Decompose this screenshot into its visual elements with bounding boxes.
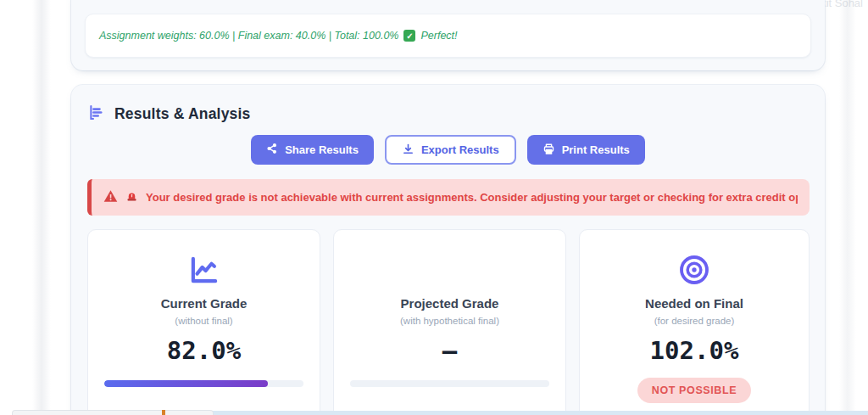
current-grade-progress bbox=[104, 380, 303, 387]
line-chart-icon bbox=[88, 252, 320, 288]
print-results-label: Print Results bbox=[562, 143, 630, 156]
needed-on-final-card: Needed on Final (for desired grade) 102.… bbox=[579, 229, 810, 415]
needed-on-final-value: 102.0% bbox=[580, 336, 809, 365]
action-buttons-row: Share Results Export Results bbox=[71, 135, 825, 165]
warning-triangle-icon bbox=[103, 189, 118, 206]
weights-values: Assignment weights: 60.0% | Final exam: … bbox=[99, 30, 398, 42]
bar-chart-icon bbox=[87, 104, 105, 125]
projected-grade-progress bbox=[350, 380, 549, 387]
print-results-button[interactable]: Print Results bbox=[527, 135, 645, 165]
bottom-playhead bbox=[162, 410, 165, 415]
app-viewport: Howdy, Malkit Sohal Assignment weights: … bbox=[0, 0, 868, 415]
bottom-scrubber bbox=[12, 410, 214, 415]
card-title: Needed on Final bbox=[580, 296, 809, 311]
card-title: Projected Grade bbox=[334, 296, 565, 311]
alert-message: Your desired grade is not achievable wit… bbox=[146, 191, 798, 204]
weights-summary-card: Assignment weights: 60.0% | Final exam: … bbox=[85, 14, 811, 58]
printer-icon bbox=[542, 143, 555, 158]
not-achievable-alert: Your desired grade is not achievable wit… bbox=[87, 179, 810, 216]
projected-grade-card: Projected Grade (with hypothetical final… bbox=[333, 229, 566, 415]
card-subtitle: (with hypothetical final) bbox=[334, 316, 565, 326]
weights-summary-text: Assignment weights: 60.0% | Final exam: … bbox=[99, 30, 458, 42]
export-results-button[interactable]: Export Results bbox=[385, 135, 516, 165]
projected-grade-value: — bbox=[334, 336, 565, 365]
siren-icon bbox=[125, 189, 138, 205]
card-subtitle: (for desired grade) bbox=[580, 316, 809, 326]
current-grade-value: 82.0% bbox=[88, 336, 320, 365]
weights-summary-panel: Assignment weights: 60.0% | Final exam: … bbox=[71, 0, 825, 70]
share-results-label: Share Results bbox=[285, 143, 359, 156]
target-icon bbox=[580, 252, 809, 288]
card-title: Current Grade bbox=[88, 296, 320, 311]
progress-fill bbox=[104, 380, 268, 387]
share-icon bbox=[266, 143, 278, 157]
not-possible-badge: NOT POSSIBLE bbox=[637, 378, 751, 403]
card-subtitle: (without final) bbox=[88, 316, 320, 326]
left-scroll-shadow bbox=[32, 0, 51, 415]
check-mark-icon: ✓ bbox=[403, 30, 415, 42]
right-scroll-shadow bbox=[839, 0, 856, 415]
current-grade-card: Current Grade (without final) 82.0% bbox=[87, 229, 320, 415]
empty-icon-slot bbox=[334, 252, 565, 288]
results-header: Results & Analysis bbox=[87, 104, 251, 125]
section-title: Results & Analysis bbox=[114, 105, 251, 123]
share-results-button[interactable]: Share Results bbox=[251, 135, 374, 165]
results-analysis-panel: Results & Analysis Share Results bbox=[71, 85, 825, 415]
perfect-label: Perfect! bbox=[420, 30, 457, 42]
export-results-label: Export Results bbox=[421, 143, 499, 156]
download-icon bbox=[402, 143, 415, 158]
